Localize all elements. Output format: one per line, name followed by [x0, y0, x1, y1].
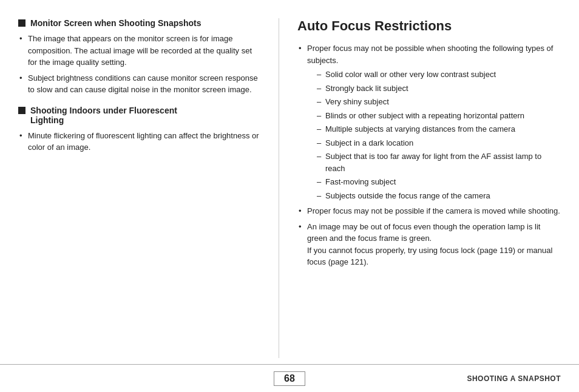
- section1-bullets: The image that appears on the monitor sc…: [18, 33, 260, 96]
- dash-item: Blinds or other subject with a repeating…: [317, 110, 561, 122]
- right-bullets: Proper focus may not be possible when sh…: [297, 42, 561, 268]
- section1-heading: Monitor Screen when Shooting Snapshots: [18, 18, 260, 28]
- dash-item: Multiple subjects at varying distances f…: [317, 123, 561, 135]
- dash-item: Subject in a dark location: [317, 137, 561, 149]
- section2-heading: Shooting Indoors under Fluorescent Light…: [18, 106, 260, 125]
- dash-item: Fast-moving subject: [317, 176, 561, 188]
- dash-item: Strongly back lit subject: [317, 83, 561, 95]
- left-column: Monitor Screen when Shooting Snapshots T…: [18, 18, 279, 358]
- square-icon-1: [18, 19, 25, 27]
- section1-heading-text: Monitor Screen when Shooting Snapshots: [30, 18, 201, 28]
- dash-item: Very shiny subject: [317, 96, 561, 108]
- square-icon-2: [18, 107, 25, 114]
- page: Monitor Screen when Shooting Snapshots T…: [0, 0, 579, 392]
- footer-label: SHOOTING A SNAPSHOT: [467, 374, 561, 383]
- right-column: Auto Focus Restrictions Proper focus may…: [279, 18, 561, 358]
- dash-item: Solid color wall or other very low contr…: [317, 69, 561, 81]
- section2-bullets: Minute flickering of fluorescent lightin…: [18, 130, 260, 154]
- dash-item: Subject that is too far away for light f…: [317, 150, 561, 174]
- list-item: The image that appears on the monitor sc…: [18, 33, 260, 69]
- section2-heading-text: Shooting Indoors under Fluorescent Light…: [30, 106, 177, 125]
- dash-item: Subjects outside the focus range of the …: [317, 190, 561, 202]
- page-number: 68: [274, 371, 305, 386]
- list-item: Minute flickering of fluorescent lightin…: [18, 130, 260, 154]
- content-area: Monitor Screen when Shooting Snapshots T…: [0, 0, 579, 364]
- bullet3-text: An image may be out of focus even though…: [307, 222, 552, 267]
- list-item: Proper focus may not be possible if the …: [297, 205, 561, 217]
- right-title: Auto Focus Restrictions: [297, 18, 561, 34]
- list-item: Subject brightness conditions can cause …: [18, 72, 260, 96]
- list-item: An image may be out of focus even though…: [297, 221, 561, 268]
- dash-list-1: Solid color wall or other very low contr…: [307, 69, 561, 201]
- list-item: Proper focus may not be possible when sh…: [297, 42, 561, 201]
- footer: 68 SHOOTING A SNAPSHOT: [0, 364, 579, 392]
